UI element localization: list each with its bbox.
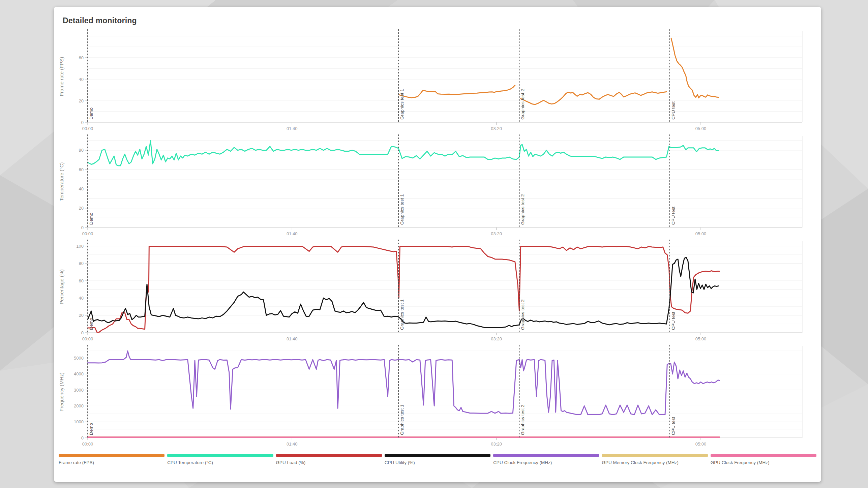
x-tick-label: 00:00 bbox=[82, 441, 93, 447]
legend-label: CPU Clock Frequency (MHz) bbox=[493, 460, 599, 465]
y-tick-label: 0 bbox=[81, 330, 84, 335]
x-tick-label: 05:00 bbox=[695, 336, 707, 341]
y-tick-label: 5000 bbox=[74, 356, 84, 361]
event-label: CPU test bbox=[671, 101, 676, 120]
chart-percentage: 020406080100Percentage (%)00:0001:4003:2… bbox=[55, 238, 821, 343]
legend-color-bar bbox=[493, 454, 599, 457]
event-label: Graphics test 1 bbox=[399, 89, 405, 120]
event-label: Graphics test 2 bbox=[520, 299, 525, 330]
y-tick-label: 4000 bbox=[74, 371, 84, 376]
x-tick-label: 03:20 bbox=[491, 441, 502, 447]
legend-item-2: GPU Load (%) bbox=[276, 454, 382, 465]
legend-item-3: CPU Utility (%) bbox=[385, 454, 490, 465]
y-tick-label: 3000 bbox=[74, 388, 84, 393]
x-tick-label: 01:40 bbox=[287, 441, 298, 447]
series-frame-rate-fps bbox=[399, 85, 515, 98]
legend-item-4: CPU Clock Frequency (MHz) bbox=[493, 454, 599, 465]
legend-label: GPU Clock Frequency (MHz) bbox=[711, 460, 816, 465]
event-label: Graphics test 1 bbox=[399, 194, 405, 225]
legend-label: GPU Memory Clock Frequency (MHz) bbox=[602, 460, 708, 465]
event-label: Graphics test 1 bbox=[399, 404, 405, 435]
event-label: CPU test bbox=[671, 417, 676, 435]
x-tick-label: 03:20 bbox=[491, 231, 502, 236]
x-tick-label: 01:40 bbox=[287, 126, 298, 131]
event-label: CPU test bbox=[671, 312, 676, 330]
event-label: Demo bbox=[89, 423, 94, 435]
y-axis-title: Temperature (°C) bbox=[59, 162, 64, 201]
chart-frame-rate: 0204060Frame rate (FPS)00:0001:4003:2005… bbox=[55, 27, 821, 132]
y-tick-label: 40 bbox=[79, 77, 84, 82]
x-tick-label: 01:40 bbox=[287, 231, 298, 236]
y-axis-title: Frame rate (FPS) bbox=[59, 57, 64, 96]
x-tick-label: 00:00 bbox=[82, 126, 93, 131]
detailed-monitoring-panel: Detailed monitoring 0204060Frame rate (F… bbox=[54, 7, 821, 482]
event-label: Demo bbox=[89, 318, 94, 330]
legend-color-bar bbox=[602, 454, 708, 457]
legend-label: GPU Load (%) bbox=[276, 460, 382, 465]
event-label: Graphics test 2 bbox=[520, 89, 525, 120]
legend-label: CPU Temperature (°C) bbox=[167, 460, 273, 465]
legend-color-bar bbox=[276, 454, 382, 457]
x-tick-label: 05:00 bbox=[695, 441, 707, 447]
legend-color-bar bbox=[167, 454, 273, 457]
event-label: Graphics test 1 bbox=[399, 299, 405, 330]
y-tick-label: 60 bbox=[79, 278, 84, 283]
y-tick-label: 60 bbox=[79, 55, 84, 60]
x-tick-label: 05:00 bbox=[695, 126, 707, 131]
legend-color-bar bbox=[59, 454, 164, 457]
y-tick-label: 60 bbox=[79, 167, 84, 172]
x-tick-label: 01:40 bbox=[287, 336, 298, 341]
y-axis-title: Percentage (%) bbox=[59, 269, 64, 304]
event-label: Demo bbox=[89, 213, 94, 225]
y-tick-label: 1000 bbox=[74, 419, 84, 424]
legend-label: CPU Utility (%) bbox=[385, 460, 490, 465]
y-tick-label: 100 bbox=[76, 244, 84, 249]
y-tick-label: 40 bbox=[79, 186, 84, 191]
legend-item-6: GPU Clock Frequency (MHz) bbox=[711, 454, 816, 465]
y-tick-label: 0 bbox=[81, 225, 84, 230]
event-label: CPU test bbox=[671, 207, 676, 225]
legend-label: Frame rate (FPS) bbox=[59, 460, 164, 465]
series-frame-rate-fps bbox=[521, 92, 667, 104]
y-tick-label: 20 bbox=[79, 313, 84, 318]
x-tick-label: 00:00 bbox=[82, 231, 93, 236]
legend-item-0: Frame rate (FPS) bbox=[59, 454, 164, 465]
chart-legend: Frame rate (FPS)CPU Temperature (°C)GPU … bbox=[59, 454, 816, 465]
event-label: Graphics test 2 bbox=[520, 404, 525, 435]
legend-color-bar bbox=[385, 454, 490, 457]
y-tick-label: 2000 bbox=[74, 403, 84, 408]
page-title: Detailed monitoring bbox=[54, 15, 821, 27]
charts-container: 0204060Frame rate (FPS)00:0001:4003:2005… bbox=[54, 27, 821, 448]
y-tick-label: 40 bbox=[79, 296, 84, 301]
legend-color-bar bbox=[711, 454, 816, 457]
y-tick-label: 0 bbox=[81, 120, 84, 125]
event-label: Demo bbox=[89, 108, 94, 120]
y-tick-label: 80 bbox=[79, 148, 84, 153]
series-cpu-temperature-c bbox=[88, 141, 719, 166]
y-tick-label: 0 bbox=[81, 435, 84, 440]
legend-item-1: CPU Temperature (°C) bbox=[167, 454, 273, 465]
y-axis-title: Frequency (MHz) bbox=[59, 372, 64, 411]
series-frame-rate-fps bbox=[671, 38, 719, 98]
y-tick-label: 80 bbox=[79, 261, 84, 266]
y-tick-label: 20 bbox=[79, 98, 84, 103]
chart-frequency: 010002000300040005000Frequency (MHz)00:0… bbox=[55, 343, 821, 448]
x-tick-label: 00:00 bbox=[82, 336, 93, 341]
x-tick-label: 03:20 bbox=[491, 336, 502, 341]
x-tick-label: 05:00 bbox=[695, 231, 707, 236]
event-label: Graphics test 2 bbox=[520, 194, 525, 225]
y-tick-label: 20 bbox=[79, 206, 84, 211]
x-tick-label: 03:20 bbox=[491, 126, 502, 131]
legend-item-5: GPU Memory Clock Frequency (MHz) bbox=[602, 454, 708, 465]
chart-temperature: 020406080Temperature (°C)00:0001:4003:20… bbox=[55, 132, 821, 238]
